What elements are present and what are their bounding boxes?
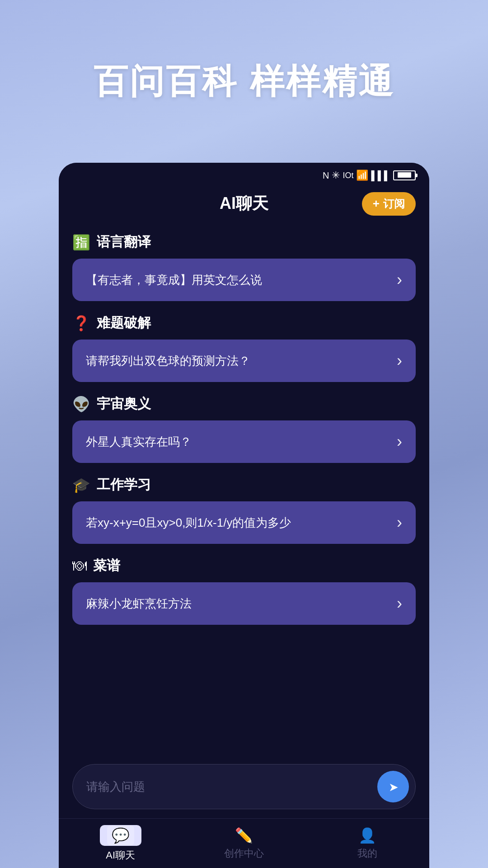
bluetooth-icon: ✳ (332, 170, 340, 181)
language-item-0[interactable]: 【有志者，事竟成】用英文怎么说 (72, 259, 416, 301)
section-problem-header: ❓ 难题破解 (72, 314, 416, 332)
universe-item-0[interactable]: 外星人真实存在吗？ (72, 420, 416, 463)
subscribe-label: 订阅 (383, 197, 405, 211)
wifi-icon: 📶 (356, 170, 368, 181)
subscribe-plus-icon: + (373, 197, 380, 211)
section-work-header: 🎓 工作学习 (72, 476, 416, 494)
section-universe-header: 👽 宇宙奥义 (72, 395, 416, 413)
recipe-item-0-text: 麻辣小龙虾烹饪方法 (86, 596, 192, 612)
profile-nav-label: 我的 (357, 847, 377, 860)
work-item-0-text: 若xy-x+y=0且xy>0,则1/x-1/y的值为多少 (86, 515, 291, 531)
nav-bar: AI聊天 + 订阅 (59, 188, 429, 219)
chat-nav-label: AI聊天 (106, 849, 135, 862)
language-icon: 🈯 (72, 234, 90, 251)
phone-mockup: N ✳ IOt 📶 ▌▌▌ AI聊天 + 订阅 🈯 语言翻译 【有志者，事竟成】… (59, 163, 429, 868)
nav-item-create[interactable]: ✏️ 创作中心 (182, 827, 305, 860)
input-area: 请输入问题 (59, 757, 429, 818)
section-universe-title: 宇宙奥义 (97, 395, 151, 413)
profile-nav-icon: 👤 (358, 827, 376, 844)
universe-item-0-arrow (397, 432, 402, 451)
create-nav-icon: ✏️ (235, 827, 253, 844)
recipe-item-0-arrow (397, 594, 402, 613)
iot-icon: IOt (343, 171, 353, 180)
recipe-icon: 🍽 (72, 557, 87, 574)
nfc-icon: N (323, 170, 329, 181)
problem-item-0[interactable]: 请帮我列出双色球的预测方法？ (72, 340, 416, 382)
send-icon (388, 779, 399, 794)
section-recipe-header: 🍽 菜谱 (72, 557, 416, 575)
nav-title: AI聊天 (220, 193, 268, 215)
nav-item-profile[interactable]: 👤 我的 (306, 827, 429, 860)
section-problem-title: 难题破解 (97, 314, 151, 332)
section-language-header: 🈯 语言翻译 (72, 233, 416, 251)
input-field[interactable]: 请输入问题 (86, 779, 377, 795)
language-item-0-arrow (397, 270, 402, 289)
nav-item-chat[interactable]: 💬 AI聊天 (59, 825, 182, 862)
section-work-title: 工作学习 (97, 476, 151, 494)
work-icon: 🎓 (72, 476, 90, 494)
page-headline: 百问百科 样样精通 (0, 59, 488, 105)
problem-item-0-arrow (397, 351, 402, 370)
send-button[interactable] (377, 771, 409, 802)
universe-icon: 👽 (72, 396, 90, 413)
content-area: 🈯 语言翻译 【有志者，事竟成】用英文怎么说 ❓ 难题破解 请帮我列出双色球的预… (59, 219, 429, 757)
section-recipe-title: 菜谱 (93, 557, 120, 575)
language-item-0-text: 【有志者，事竟成】用英文怎么说 (86, 272, 262, 288)
subscribe-button[interactable]: + 订阅 (362, 192, 416, 216)
work-item-0[interactable]: 若xy-x+y=0且xy>0,则1/x-1/y的值为多少 (72, 501, 416, 544)
problem-item-0-text: 请帮我列出双色球的预测方法？ (86, 353, 250, 369)
work-item-0-arrow (397, 513, 402, 532)
battery-icon (393, 170, 416, 180)
status-icons: N ✳ IOt 📶 ▌▌▌ (323, 170, 416, 181)
signal-icon: ▌▌▌ (371, 170, 390, 181)
recipe-item-0[interactable]: 麻辣小龙虾烹饪方法 (72, 582, 416, 625)
universe-item-0-text: 外星人真实存在吗？ (86, 434, 192, 450)
create-nav-label: 创作中心 (224, 847, 264, 860)
status-bar: N ✳ IOt 📶 ▌▌▌ (59, 163, 429, 188)
bottom-nav: 💬 AI聊天 ✏️ 创作中心 👤 我的 (59, 818, 429, 868)
section-language-title: 语言翻译 (97, 233, 151, 251)
problem-icon: ❓ (72, 315, 90, 332)
chat-nav-icon: 💬 (107, 826, 134, 845)
input-bar: 请输入问题 (72, 764, 416, 809)
